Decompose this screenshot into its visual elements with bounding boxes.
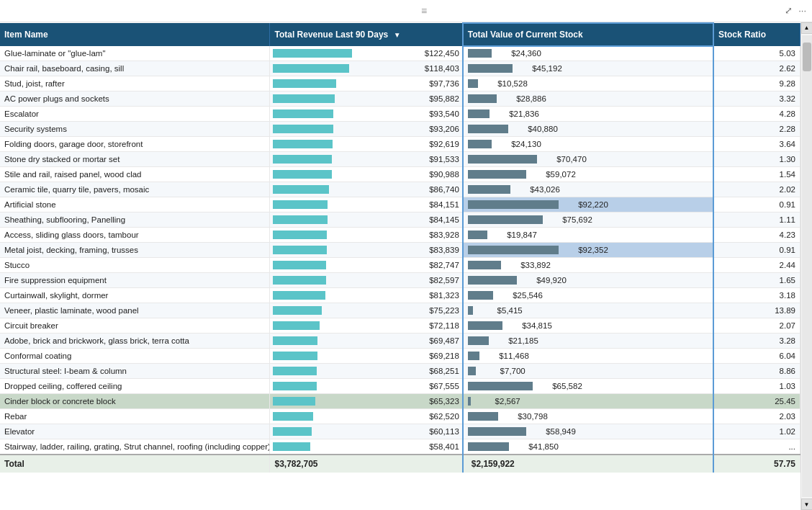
revenue-bar [273, 155, 332, 164]
stock-bar [468, 94, 497, 103]
col-header-item-name[interactable]: Item Name [0, 23, 270, 46]
cell-ratio: 2.02 [713, 182, 800, 197]
cell-ratio: 3.18 [713, 287, 800, 303]
table-row: Adobe, brick and brickwork, glass brick,… [0, 333, 800, 348]
cell-item-name: Elevator [0, 424, 270, 439]
scroll-track[interactable] [802, 35, 812, 497]
stock-value: $75,692 [546, 215, 592, 224]
revenue-value: $83,839 [330, 246, 459, 254]
stock-value: $70,470 [540, 155, 587, 164]
revenue-value: $68,251 [320, 367, 459, 375]
cell-ratio: 1.03 [713, 378, 800, 393]
cell-ratio: 9.28 [713, 76, 800, 91]
stock-value: $41,850 [512, 442, 559, 451]
cell-item-name: Curtainwall, skylight, dormer [0, 287, 270, 303]
stock-value: $21,836 [492, 109, 539, 118]
stock-bar [468, 412, 498, 421]
table-row: Escalator$93,540$21,8364.28 [0, 106, 800, 121]
revenue-bar [273, 352, 317, 360]
cell-stock: $7,700 [463, 363, 713, 378]
stock-bar [468, 200, 559, 209]
revenue-bar [273, 397, 315, 406]
cell-stock: $41,850 [463, 439, 713, 455]
cell-ratio: 5.03 [713, 46, 800, 61]
col-header-revenue[interactable]: Total Revenue Last 90 Days ▼ [270, 23, 463, 46]
col-header-stock[interactable]: Total Value of Current Stock [463, 23, 713, 46]
cell-stock: $24,360 [463, 46, 713, 61]
cell-revenue: $60,113 [270, 424, 463, 439]
cell-revenue: $58,401 [270, 439, 463, 455]
title-bar: ≡ ⤢ ··· [0, 0, 812, 22]
cell-stock: $5,415 [463, 303, 713, 318]
cell-ratio: 13.89 [713, 303, 800, 318]
cell-stock: $34,815 [463, 318, 713, 333]
revenue-bar [273, 321, 320, 330]
stock-bar [468, 231, 487, 239]
table-row: Stile and rail, raised panel, wood clad$… [0, 166, 800, 182]
table-row: Circuit breaker$72,118$34,8152.07 [0, 318, 800, 333]
revenue-value: $82,597 [329, 276, 459, 285]
cell-stock: $21,836 [463, 106, 713, 121]
table-row: Rebar$62,520$30,7982.03 [0, 408, 800, 424]
table-header-row: Item Name Total Revenue Last 90 Days ▼ T… [0, 23, 800, 46]
revenue-value: $60,113 [315, 427, 459, 436]
table-row: Artificial stone$84,151$92,2200.91 [0, 197, 800, 212]
cell-item-name: Stone dry stacked or mortar set [0, 151, 270, 166]
revenue-bar [273, 306, 322, 315]
revenue-bar [273, 49, 352, 58]
scroll-thumb[interactable] [803, 42, 811, 71]
stock-bar [468, 64, 513, 73]
cell-ratio: 0.91 [713, 197, 800, 212]
table-row: Stud, joist, rafter$97,736$10,5289.28 [0, 76, 800, 91]
cell-item-name: Stairway, ladder, railing, grating, Stru… [0, 439, 270, 455]
stock-bar [468, 442, 509, 451]
main-window: ≡ ⤢ ··· Item Name [0, 0, 812, 510]
cell-revenue: $122,450 [270, 46, 463, 61]
stock-value: $21,185 [492, 336, 538, 345]
revenue-bar [273, 412, 313, 421]
table-row: Metal joist, decking, framing, trusses$8… [0, 242, 800, 257]
cell-item-name: Conformal coating [0, 348, 270, 363]
table-row: Glue-laminate or "glue-lam"$122,450$24,3… [0, 46, 800, 61]
scroll-down-button[interactable]: ▼ [801, 498, 813, 510]
scrollbar[interactable]: ▲ ▼ [800, 22, 812, 510]
cell-ratio: 1.65 [713, 272, 800, 287]
cell-ratio: ... [713, 439, 800, 455]
cell-stock: $11,468 [463, 348, 713, 363]
revenue-bar [273, 427, 312, 436]
cell-stock: $19,847 [463, 227, 713, 242]
footer-stock: $2,159,922 [463, 455, 713, 473]
sort-icon-revenue: ▼ [394, 31, 401, 39]
revenue-value: $72,118 [322, 321, 459, 330]
col-header-ratio[interactable]: Stock Ratio [713, 23, 800, 46]
revenue-value: $118,403 [352, 64, 459, 73]
table-wrapper: Item Name Total Revenue Last 90 Days ▼ T… [0, 22, 812, 510]
footer-revenue: $3,782,705 [270, 455, 463, 473]
more-icon[interactable]: ··· [798, 5, 806, 16]
main-table-area: Item Name Total Revenue Last 90 Days ▼ T… [0, 22, 800, 510]
scroll-up-button[interactable]: ▲ [801, 22, 813, 34]
cell-ratio: 2.62 [713, 61, 800, 76]
table-row: Access, sliding glass doors, tambour$83,… [0, 227, 800, 242]
stock-value: $7,700 [479, 367, 525, 375]
cell-ratio: 3.32 [713, 91, 800, 106]
cell-stock: $30,798 [463, 408, 713, 424]
table-row: Chair rail, baseboard, casing, sill$118,… [0, 61, 800, 76]
stock-bar [468, 427, 526, 436]
cell-revenue: $97,736 [270, 76, 463, 91]
table-row: Security systems$93,206$40,8802.28 [0, 121, 800, 136]
drag-handle[interactable]: ≡ [63, 5, 785, 17]
revenue-value: $65,323 [318, 397, 459, 406]
cell-item-name: Folding doors, garage door, storefront [0, 136, 270, 151]
cell-stock: $70,470 [463, 151, 713, 166]
cell-item-name: Adobe, brick and brickwork, glass brick,… [0, 333, 270, 348]
expand-icon[interactable]: ⤢ [785, 5, 793, 16]
cell-revenue: $65,323 [270, 393, 463, 408]
stock-value: $34,815 [505, 321, 552, 330]
cell-item-name: Fire suppression equipment [0, 272, 270, 287]
cell-revenue: $69,218 [270, 348, 463, 363]
stock-bar [468, 291, 493, 300]
stock-value: $11,468 [482, 352, 529, 360]
cell-item-name: Escalator [0, 106, 270, 121]
table-row: Stairway, ladder, railing, grating, Stru… [0, 439, 800, 455]
